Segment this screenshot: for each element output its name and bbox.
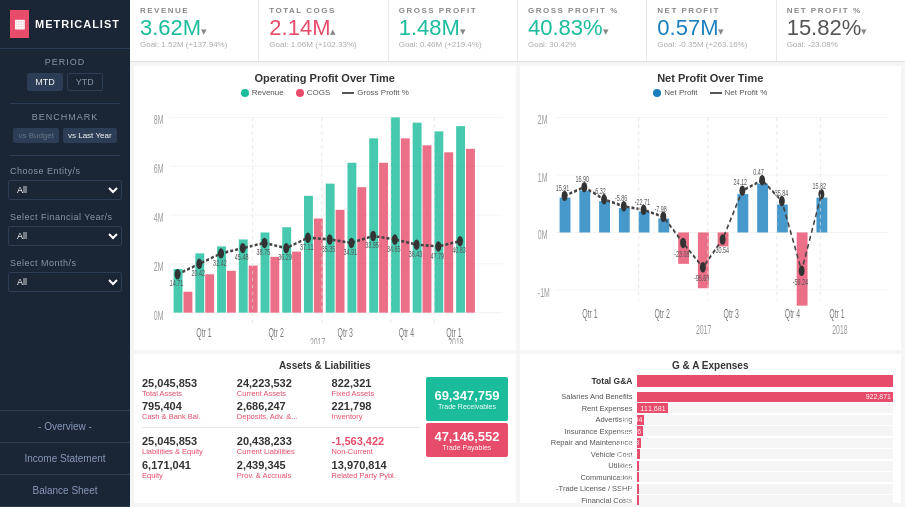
svg-text:1M: 1M [537,171,547,185]
legend-revenue: Revenue [241,88,284,97]
sidebar-item-balance[interactable]: Balance Sheet [0,475,130,507]
svg-text:15.91: 15.91 [555,182,569,193]
ga-bar: 24,206 [637,426,644,436]
entity-select[interactable]: All [8,180,122,200]
svg-text:Qtr 4: Qtr 4 [784,307,800,321]
svg-text:Qtr 3: Qtr 3 [338,326,354,340]
legend-netprofit-label: Net Profit [664,88,697,97]
kpi-cogs: Total COGS 2.14M▴ Goal: 1.06M (+102.33%) [259,0,388,61]
ga-bar-wrap: 16,898 [637,438,894,448]
svg-rect-30 [391,117,400,312]
inventory-value: 221,798 [332,400,421,412]
main-content: REVENUE 3.62M▾ Goal: 1.52M (+137.94%) To… [130,0,905,507]
kpi-cogs-label: Total COGS [269,6,377,15]
kpi-netpct-label: Net Profit % [787,6,895,15]
current-liabilities-value: 20,438,233 [237,435,326,447]
financial-year-select[interactable]: All [8,226,122,246]
fixed-assets-label: Fixed Assets [332,389,421,398]
total-assets-value: 25,045,853 [142,377,231,389]
svg-rect-20 [282,227,291,312]
kpi-cogs-value: 2.14M▴ [269,17,377,39]
svg-text:2M: 2M [154,260,164,274]
sidebar-item-overview[interactable]: - Overview - [0,411,130,443]
current-assets-cell: 24,223,532 Current Assets [237,377,326,398]
related-party-value: 13,970,814 [332,459,421,471]
ga-bar-value: 16,898 [618,439,639,446]
deposits-value: 2,686,247 [237,400,326,412]
svg-rect-37 [466,149,475,313]
sidebar-item-income[interactable]: Income Statement [0,443,130,475]
total-assets-label: Total Assets [142,389,231,398]
svg-point-107 [719,234,725,244]
prov-accruals-value: 2,439,345 [237,459,326,471]
svg-rect-15 [227,271,236,313]
bench-budget-button[interactable]: vs Budget [13,128,59,143]
ga-header: Total G&A [528,375,894,387]
kpi-grosspct-value: 40.83%▾ [528,17,636,39]
current-liabilities-label: Current Liabilities [237,447,326,456]
svg-text:Qtr 1: Qtr 1 [196,326,212,340]
kpi-grosspct-goal: Goal: 30.42% [528,40,636,49]
legend-cogs: COGS [296,88,331,97]
ga-bar-wrap: 5,972 [637,461,894,471]
svg-rect-87 [599,201,610,232]
svg-text:-7.98: -7.98 [654,203,666,214]
ga-row-label: Insurance Expenses [528,427,633,436]
svg-text:33.95: 33.95 [365,240,379,251]
svg-point-105 [680,238,686,248]
svg-text:-30.54: -30.54 [713,245,729,256]
month-label: Select Month/s [0,252,130,270]
ga-bar-wrap: 28,404 [637,415,894,425]
legend-revenue-dot [241,89,249,97]
total-assets-cell: 25,045,853 Total Assets [142,377,231,398]
svg-rect-25 [336,210,345,313]
kpi-cogs-goal: Goal: 1.06M (+102.33%) [269,40,377,49]
svg-point-111 [798,266,804,276]
ga-panel: G & A Expenses Total G&A Salaries And Be… [520,354,902,503]
mtd-button[interactable]: MTD [27,73,63,91]
deposits-cell: 2,686,247 Deposits, Adv. &... [237,400,326,421]
svg-text:4M: 4M [154,211,164,225]
netprofit-svg-element: 2M 1M 0M -1M [528,100,894,344]
ga-bar-value: 922,871 [866,393,891,400]
ga-row-label: Repair and Maintenance [528,438,633,447]
svg-text:-59.24: -59.24 [792,276,808,287]
svg-rect-36 [456,126,465,312]
fixed-assets-value: 822,321 [332,377,421,389]
svg-text:20.42: 20.42 [191,267,205,278]
fixed-assets-cell: 822,321 Fixed Assets [332,377,421,398]
legend-cogs-dot [296,89,304,97]
bench-lastyear-button[interactable]: vs Last Year [63,128,117,143]
kpi-gross: Gross Profit 1.48M▾ Goal: 0.46M (+219.4%… [389,0,518,61]
sidebar-nav: - Overview - Income Statement Balance Sh… [0,410,130,507]
logo-text: METRICALIST [35,18,120,30]
svg-rect-13 [205,274,214,312]
svg-rect-86 [579,191,590,233]
assets-title: Assets & Liabilities [142,360,508,371]
liabilities-value: 25,045,853 [142,435,231,447]
kpi-revenue: REVENUE 3.62M▾ Goal: 1.52M (+137.94%) [130,0,259,61]
ga-row: Advertising28,404 [528,415,894,425]
ytd-button[interactable]: YTD [67,73,103,91]
ga-bar-value: 28,404 [621,416,642,423]
svg-text:Qtr 4: Qtr 4 [399,326,415,340]
month-select[interactable]: All [8,272,122,292]
legend-netpct-line [710,92,722,94]
svg-rect-28 [369,138,378,312]
kpi-netpct: Net Profit % 15.82%▾ Goal: -23.08% [777,0,905,61]
ga-row-label: Communication [528,473,633,482]
ga-row: Repair and Maintenance16,898 [528,438,894,448]
legend-netprofit-dot [653,89,661,97]
ga-bar-wrap: 922,871 [637,392,894,402]
kpi-row: REVENUE 3.62M▾ Goal: 1.52M (+137.94%) To… [130,0,905,62]
legend-grosspct-line [342,92,354,94]
legend-grosspct-label: Gross Profit % [357,88,409,97]
ga-bar: 922,871 [637,392,894,402]
kpi-revenue-label: REVENUE [140,6,248,15]
logo-icon: ▦ [10,10,29,38]
svg-text:36.43: 36.43 [409,248,423,259]
svg-text:34.65: 34.65 [387,243,401,254]
svg-rect-35 [444,152,453,312]
trade-payables-label: Trade Payables [443,444,492,451]
svg-text:37.11: 37.11 [300,241,314,252]
